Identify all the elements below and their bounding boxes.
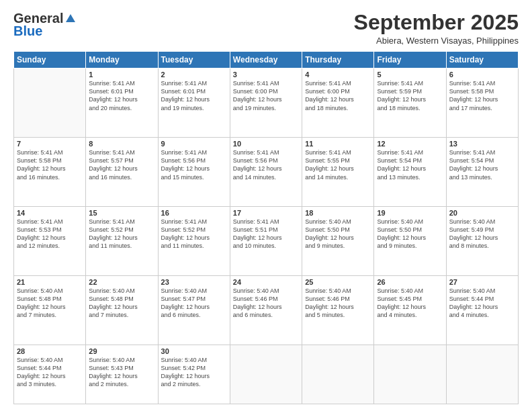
week-row-4: 21Sunrise: 5:40 AMSunset: 5:48 PMDayligh…: [14, 275, 519, 345]
day-number: 2: [161, 71, 227, 79]
day-number: 20: [449, 209, 515, 217]
day-info: Sunrise: 5:40 AMSunset: 5:48 PMDaylight:…: [17, 287, 83, 320]
title-section: September 2025 Abiera, Western Visayas, …: [354, 11, 519, 46]
day-info: Sunrise: 5:41 AMSunset: 5:53 PMDaylight:…: [17, 218, 83, 250]
calendar-cell: 17Sunrise: 5:41 AMSunset: 5:51 PMDayligh…: [230, 206, 302, 275]
calendar-cell: 16Sunrise: 5:41 AMSunset: 5:52 PMDayligh…: [158, 206, 230, 275]
day-number: 11: [305, 140, 371, 148]
calendar-cell: [446, 345, 518, 404]
day-number: 28: [17, 347, 83, 355]
day-info: Sunrise: 5:40 AMSunset: 5:47 PMDaylight:…: [161, 287, 227, 320]
day-number: 25: [305, 278, 371, 286]
day-info: Sunrise: 5:41 AMSunset: 6:00 PMDaylight:…: [233, 79, 299, 112]
week-row-1: 1Sunrise: 5:41 AMSunset: 6:01 PMDaylight…: [14, 68, 519, 138]
calendar-header-saturday: Saturday: [446, 52, 518, 68]
day-info: Sunrise: 5:41 AMSunset: 6:00 PMDaylight:…: [305, 79, 371, 112]
day-number: 29: [89, 347, 154, 355]
day-number: 12: [377, 140, 443, 148]
calendar-cell: [14, 68, 86, 138]
day-number: 1: [89, 71, 154, 79]
day-info: Sunrise: 5:40 AMSunset: 5:46 PMDaylight:…: [233, 287, 299, 320]
week-row-5: 28Sunrise: 5:40 AMSunset: 5:44 PMDayligh…: [14, 345, 519, 404]
calendar-cell: 20Sunrise: 5:40 AMSunset: 5:49 PMDayligh…: [446, 206, 518, 275]
day-number: 9: [161, 140, 227, 148]
day-info: Sunrise: 5:40 AMSunset: 5:46 PMDaylight:…: [305, 287, 371, 320]
day-number: 4: [305, 71, 371, 79]
day-info: Sunrise: 5:40 AMSunset: 5:45 PMDaylight:…: [377, 287, 443, 320]
location: Abiera, Western Visayas, Philippines: [354, 36, 519, 46]
day-number: 23: [161, 278, 227, 286]
calendar-header-sunday: Sunday: [14, 52, 86, 68]
calendar-cell: 5Sunrise: 5:41 AMSunset: 5:59 PMDaylight…: [374, 68, 446, 138]
logo-icon: [64, 13, 77, 25]
logo: General Blue: [13, 11, 77, 39]
page: General Blue September 2025 Abiera, West…: [0, 0, 532, 411]
calendar-cell: 9Sunrise: 5:41 AMSunset: 5:56 PMDaylight…: [158, 138, 230, 207]
calendar-header-wednesday: Wednesday: [230, 52, 302, 68]
day-info: Sunrise: 5:40 AMSunset: 5:42 PMDaylight:…: [161, 356, 227, 389]
day-info: Sunrise: 5:41 AMSunset: 5:54 PMDaylight:…: [377, 148, 443, 181]
day-number: 14: [17, 209, 83, 217]
calendar-cell: 22Sunrise: 5:40 AMSunset: 5:48 PMDayligh…: [86, 275, 158, 345]
calendar-cell: 1Sunrise: 5:41 AMSunset: 6:01 PMDaylight…: [86, 68, 158, 138]
day-number: 19: [377, 209, 443, 217]
day-number: 24: [233, 278, 299, 286]
calendar-header-row: SundayMondayTuesdayWednesdayThursdayFrid…: [14, 52, 519, 68]
calendar-cell: 27Sunrise: 5:40 AMSunset: 5:44 PMDayligh…: [446, 275, 518, 345]
day-number: 17: [233, 209, 299, 217]
calendar-header-monday: Monday: [86, 52, 158, 68]
calendar-cell: 15Sunrise: 5:41 AMSunset: 5:52 PMDayligh…: [86, 206, 158, 275]
day-number: 15: [89, 209, 154, 217]
calendar-cell: 8Sunrise: 5:41 AMSunset: 5:57 PMDaylight…: [86, 138, 158, 207]
week-row-3: 14Sunrise: 5:41 AMSunset: 5:53 PMDayligh…: [14, 206, 519, 275]
day-number: 13: [449, 140, 515, 148]
svg-marker-0: [66, 14, 75, 22]
calendar-cell: [302, 345, 374, 404]
day-info: Sunrise: 5:41 AMSunset: 6:01 PMDaylight:…: [89, 79, 154, 112]
calendar-cell: 30Sunrise: 5:40 AMSunset: 5:42 PMDayligh…: [158, 345, 230, 404]
calendar-cell: 4Sunrise: 5:41 AMSunset: 6:00 PMDaylight…: [302, 68, 374, 138]
calendar-cell: 13Sunrise: 5:41 AMSunset: 5:54 PMDayligh…: [446, 138, 518, 207]
day-number: 10: [233, 140, 299, 148]
day-info: Sunrise: 5:41 AMSunset: 5:58 PMDaylight:…: [449, 79, 515, 112]
calendar-cell: 26Sunrise: 5:40 AMSunset: 5:45 PMDayligh…: [374, 275, 446, 345]
calendar-cell: 25Sunrise: 5:40 AMSunset: 5:46 PMDayligh…: [302, 275, 374, 345]
day-info: Sunrise: 5:41 AMSunset: 5:59 PMDaylight:…: [377, 79, 443, 112]
day-number: 8: [89, 140, 154, 148]
calendar-cell: 7Sunrise: 5:41 AMSunset: 5:58 PMDaylight…: [14, 138, 86, 207]
calendar-cell: 28Sunrise: 5:40 AMSunset: 5:44 PMDayligh…: [14, 345, 86, 404]
day-info: Sunrise: 5:41 AMSunset: 5:52 PMDaylight:…: [89, 218, 154, 250]
calendar-header-thursday: Thursday: [302, 52, 374, 68]
month-title: September 2025: [354, 11, 519, 34]
calendar-cell: 29Sunrise: 5:40 AMSunset: 5:43 PMDayligh…: [86, 345, 158, 404]
day-number: 21: [17, 278, 83, 286]
header: General Blue September 2025 Abiera, West…: [13, 11, 519, 46]
calendar-cell: 21Sunrise: 5:40 AMSunset: 5:48 PMDayligh…: [14, 275, 86, 345]
day-number: 3: [233, 71, 299, 79]
calendar-cell: 2Sunrise: 5:41 AMSunset: 6:01 PMDaylight…: [158, 68, 230, 138]
day-info: Sunrise: 5:40 AMSunset: 5:44 PMDaylight:…: [449, 287, 515, 320]
day-info: Sunrise: 5:40 AMSunset: 5:43 PMDaylight:…: [89, 356, 154, 389]
calendar-cell: 18Sunrise: 5:40 AMSunset: 5:50 PMDayligh…: [302, 206, 374, 275]
calendar-cell: 12Sunrise: 5:41 AMSunset: 5:54 PMDayligh…: [374, 138, 446, 207]
day-info: Sunrise: 5:40 AMSunset: 5:44 PMDaylight:…: [17, 356, 83, 389]
day-info: Sunrise: 5:41 AMSunset: 5:51 PMDaylight:…: [233, 218, 299, 250]
day-number: 7: [17, 140, 83, 148]
calendar-cell: 10Sunrise: 5:41 AMSunset: 5:56 PMDayligh…: [230, 138, 302, 207]
calendar-cell: 24Sunrise: 5:40 AMSunset: 5:46 PMDayligh…: [230, 275, 302, 345]
day-info: Sunrise: 5:41 AMSunset: 5:56 PMDaylight:…: [161, 148, 227, 181]
calendar-cell: 14Sunrise: 5:41 AMSunset: 5:53 PMDayligh…: [14, 206, 86, 275]
day-info: Sunrise: 5:41 AMSunset: 5:55 PMDaylight:…: [305, 148, 371, 181]
calendar-cell: [374, 345, 446, 404]
day-info: Sunrise: 5:41 AMSunset: 5:57 PMDaylight:…: [89, 148, 154, 181]
calendar-cell: [230, 345, 302, 404]
day-info: Sunrise: 5:41 AMSunset: 5:52 PMDaylight:…: [161, 218, 227, 250]
calendar-cell: 3Sunrise: 5:41 AMSunset: 6:00 PMDaylight…: [230, 68, 302, 138]
calendar-cell: 19Sunrise: 5:40 AMSunset: 5:50 PMDayligh…: [374, 206, 446, 275]
week-row-2: 7Sunrise: 5:41 AMSunset: 5:58 PMDaylight…: [14, 138, 519, 207]
day-number: 5: [377, 71, 443, 79]
logo-blue: Blue: [13, 24, 42, 39]
calendar-header-friday: Friday: [374, 52, 446, 68]
day-info: Sunrise: 5:41 AMSunset: 5:58 PMDaylight:…: [17, 148, 83, 181]
calendar-cell: 23Sunrise: 5:40 AMSunset: 5:47 PMDayligh…: [158, 275, 230, 345]
